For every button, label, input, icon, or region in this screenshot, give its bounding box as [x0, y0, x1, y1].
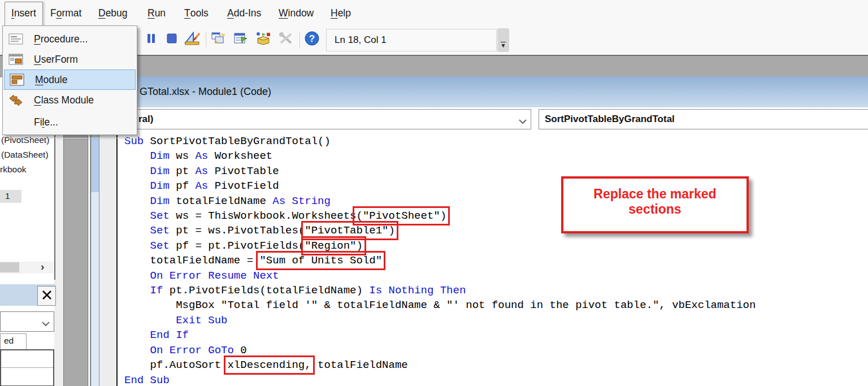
grid-row-divider: [1, 367, 53, 368]
code-line: If pt.PivotFields(totalFieldName) Is Not…: [124, 283, 756, 298]
scroll-right-icon[interactable]: ›: [41, 261, 44, 273]
menubar-item-label: ebug: [106, 7, 128, 19]
code-window-header: ral) SortPivotTableByGrandTotal: [85, 107, 868, 132]
code-editor[interactable]: Sub SortPivotTableByGrandTotal() Dim ws …: [118, 131, 868, 386]
stop-button[interactable]: [163, 29, 181, 50]
menubar-item-debug[interactable]: Debug: [98, 0, 128, 26]
code-token: If: [150, 284, 163, 297]
scrollbar[interactable]: ›: [0, 262, 53, 274]
code-token: [124, 224, 150, 237]
menubar-item-addins[interactable]: Add-Ins: [227, 0, 261, 26]
code-token: ws: [170, 150, 196, 162]
code-token: totalFieldName =: [124, 254, 259, 267]
menubar-item-help[interactable]: Help: [331, 0, 351, 26]
help-button[interactable]: ?: [303, 29, 321, 50]
scrollbar-thumb[interactable]: [91, 131, 99, 192]
project-tree-item-selected[interactable]: 1: [0, 190, 21, 203]
code-window-titlebar[interactable]: GTotal.xlsx - Module1 (Code): [85, 76, 868, 108]
menubar-item-window[interactable]: Window: [279, 0, 314, 26]
code-token: Sub: [124, 135, 144, 148]
toolbox-button[interactable]: [277, 29, 295, 50]
code-token: [124, 240, 150, 252]
menubar-item-label: F: [50, 7, 57, 19]
menubar-item-format[interactable]: Format: [50, 0, 81, 26]
replace-marker-box: ("PivotSheet"): [356, 210, 446, 222]
code-token: MsgBox "Total field '" & totalFieldName …: [124, 299, 756, 311]
code-token: As: [195, 165, 208, 177]
pause-icon: [147, 33, 156, 46]
code-line: Sub SortPivotTableByGrandTotal(): [124, 134, 756, 149]
menubar-item-label: indow: [288, 7, 314, 19]
properties-object-dropdown[interactable]: [0, 311, 54, 332]
code-text: Sub SortPivotTableByGrandTotal() Dim ws …: [124, 134, 756, 386]
replace-marker-box: "PivotTable1"): [305, 224, 395, 237]
properties-grid[interactable]: [0, 349, 54, 386]
code-token: [124, 165, 150, 177]
project-explorer-button[interactable]: [209, 29, 227, 50]
code-token: String: [292, 195, 330, 207]
replace-marker-box: xlDescending,: [227, 359, 311, 371]
project-tree-item[interactable]: rkbook: [0, 164, 27, 175]
menu-item-procedure[interactable]: Procedure...: [3, 29, 135, 49]
code-token: pf = pt.PivotFields(: [170, 240, 305, 252]
menu-item-label: UserForm: [34, 54, 78, 66]
menu-item-module[interactable]: Module: [4, 70, 136, 90]
menu-item-file[interactable]: File...: [3, 112, 135, 132]
code-token: [124, 329, 150, 341]
properties-window-button[interactable]: [232, 29, 250, 50]
pause-button[interactable]: [142, 29, 160, 50]
project-tree-item-label: 1: [5, 191, 10, 201]
code-token: Dim: [150, 150, 170, 162]
code-token: pt.PivotFields(totalFieldName): [163, 284, 369, 297]
scrollbar-thumb[interactable]: [0, 262, 19, 272]
menubar-item-label: o: [57, 7, 62, 19]
code-line: On Error Resume Next: [124, 268, 756, 283]
code-token: As: [195, 150, 208, 162]
menubar-item-label: D: [98, 7, 106, 19]
menubar-item-label: H: [331, 7, 338, 19]
menubar-item-run[interactable]: Run: [147, 0, 166, 26]
project-explorer-panel: (PivotSheet) (DataSheet) rkbook 1 ›: [0, 134, 55, 280]
menubar-item-tools[interactable]: Tools: [184, 0, 209, 26]
menubar-item-label: rmat: [62, 7, 81, 19]
object-browser-button[interactable]: [254, 29, 272, 50]
replace-marker-box: "Sum of Units Sold": [259, 254, 382, 267]
menu-item-class-module[interactable]: Class Module: [3, 90, 135, 110]
project-tree-item[interactable]: (PivotSheet): [1, 135, 49, 145]
code-token: Dim: [150, 180, 170, 192]
close-button[interactable]: [37, 286, 56, 306]
code-line: On Error GoTo 0: [124, 343, 756, 358]
design-mode-button[interactable]: [182, 29, 203, 50]
object-dropdown-value: ral): [138, 114, 153, 125]
code-line: Dim ws As Worksheet: [124, 149, 756, 163]
code-token: Dim: [150, 165, 170, 177]
menu-item-label: Procedure...: [34, 33, 88, 45]
menubar-item-insert[interactable]: Insert: [11, 0, 36, 26]
properties-window-icon: [233, 32, 248, 47]
menubar-item-label: A: [227, 7, 234, 19]
scrollbar[interactable]: [90, 131, 99, 386]
chevron-down-icon[interactable]: [41, 319, 50, 329]
toolbar-separator: [300, 32, 300, 47]
properties-tab[interactable]: ed: [0, 333, 27, 349]
menubar-item-label: elp: [338, 7, 351, 19]
menubar-item-label: ools: [190, 7, 209, 19]
code-token: [124, 270, 150, 282]
menu-item-label: Class Module: [34, 94, 94, 106]
userform-icon: [8, 54, 24, 65]
code-token: [124, 180, 150, 192]
menubar-item-label: T: [184, 7, 190, 19]
code-token: Worksheet: [208, 150, 272, 162]
object-dropdown[interactable]: ral): [89, 109, 531, 129]
menu-separator: [8, 138, 131, 138]
menu-item-label: File...: [34, 116, 58, 128]
toolbar-options-button[interactable]: ▼: [497, 28, 509, 52]
menubar-item-label: un: [155, 7, 166, 19]
module-icon: [9, 73, 25, 86]
menu-item-userform[interactable]: UserForm: [3, 49, 135, 70]
chevron-down-icon[interactable]: [518, 116, 527, 127]
close-icon: [42, 290, 52, 302]
code-line: Exit Sub: [124, 313, 756, 328]
procedure-dropdown[interactable]: SortPivotTableByGrandTotal: [539, 109, 868, 129]
project-tree-item[interactable]: (DataSheet): [1, 150, 49, 160]
